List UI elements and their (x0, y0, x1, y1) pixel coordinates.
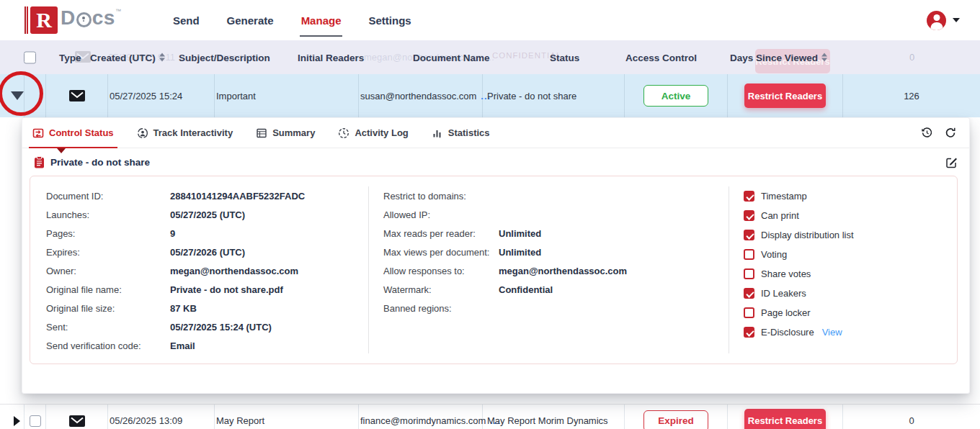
option-row-can-print: Can print (744, 206, 957, 225)
detail-value: Unlimited (499, 247, 541, 258)
chevron-down-icon[interactable] (953, 18, 960, 22)
option-row-voting: Voting (744, 245, 957, 264)
detail-label: Owner: (46, 266, 170, 276)
ghost-days: 0 (909, 52, 914, 63)
table-row-expanded: 05/27/2025 15:24 Important susan@northen… (0, 74, 980, 117)
control-status-icon (32, 127, 44, 139)
tab-label: Control Status (49, 127, 114, 138)
email-type-icon (69, 90, 85, 101)
restrict-readers-button[interactable]: Restrict Readers (744, 83, 826, 108)
voting-checkbox[interactable] (744, 249, 754, 260)
collapse-row-arrow[interactable] (11, 91, 24, 100)
history-icon[interactable] (921, 127, 933, 139)
rdocs-logo[interactable]: R Dcs ™ (24, 6, 121, 34)
detail-row-document-id: Document ID:288410141294AABF5232FADC (46, 186, 368, 205)
details-column-left: Document ID:288410141294AABF5232FADC Lau… (30, 186, 369, 353)
sort-created-icon[interactable] (159, 53, 165, 62)
detail-value: 288410141294AABF5232FADC (170, 191, 305, 202)
track-interactivity-icon (137, 127, 148, 139)
document-clipboard-icon (34, 156, 45, 168)
detail-row-original-file-name: Original file name:Private - do not shar… (46, 280, 368, 299)
display-distribution-list-checkbox[interactable] (744, 230, 754, 240)
edit-icon[interactable] (945, 156, 958, 168)
detail-row-pages: Pages:9 (46, 224, 368, 243)
logo-page-stack (24, 6, 29, 34)
sort-days-icon[interactable] (821, 53, 827, 62)
col-created: Created (UTC) (90, 52, 156, 63)
option-label: Timestamp (761, 191, 807, 202)
option-row-display-distribution: Display distribution list (744, 225, 957, 245)
detail-label: Allowed IP: (383, 209, 499, 220)
docname-cell: May Report Morim Dynamics (483, 405, 625, 429)
e-disclosure-checkbox[interactable] (744, 327, 754, 338)
status-expired-button[interactable]: Expired (643, 410, 708, 429)
detail-row-allow-responses: Allow responses to:megan@northendassoc.c… (383, 261, 729, 280)
detail-row-allowed-ip: Allowed IP: (383, 205, 729, 224)
detail-value: Email (170, 340, 195, 351)
option-row-timestamp: Timestamp (744, 186, 957, 206)
col-readers: Initial Readers (298, 52, 364, 63)
user-avatar-icon[interactable] (927, 11, 946, 30)
tab-activity-log[interactable]: Activity Log (337, 118, 409, 148)
detail-label: Document ID: (46, 191, 170, 202)
detail-value: Private - do not share.pdf (170, 284, 283, 295)
user-menu[interactable] (927, 11, 960, 30)
status-active-button[interactable]: Active (643, 85, 708, 107)
activity-log-icon (338, 127, 349, 139)
detail-label: Max views per document: (383, 247, 499, 258)
nav-send[interactable]: Send (172, 12, 201, 30)
detail-label: Max reads per reader: (383, 228, 499, 239)
e-disclosure-view-link[interactable]: View (822, 327, 842, 338)
option-label: Share votes (761, 268, 811, 279)
details-column-middle: Restrict to domains: Allowed IP: Max rea… (369, 186, 729, 353)
option-row-e-disclosure: E-DisclosureView (744, 322, 957, 342)
detail-label: Watermark: (383, 284, 499, 295)
detail-row-expires: Expires:05/27/2026 (UTC) (46, 243, 368, 261)
can-print-checkbox[interactable] (744, 210, 754, 221)
select-all-checkbox[interactable] (24, 51, 36, 63)
detail-row-send-verification: Send verification code:Email (46, 336, 368, 355)
option-label: Page locker (761, 307, 811, 318)
option-row-share-votes: Share votes (744, 264, 957, 284)
days-since-viewed-cell: 126 (843, 74, 980, 117)
timestamp-checkbox[interactable] (744, 191, 754, 202)
col-status: Status (550, 52, 579, 63)
detail-value: 05/27/2025 (UTC) (170, 209, 245, 220)
detail-tabs: Control Status Track Interactivity Summa… (22, 118, 969, 148)
option-row-page-locker: Page locker (744, 303, 957, 322)
summary-icon (256, 127, 267, 139)
tab-label: Track Interactivity (153, 127, 233, 138)
detail-value: 05/27/2025 15:24 (UTC) (170, 322, 272, 333)
option-label: Display distribution list (761, 230, 854, 240)
tab-track-interactivity[interactable]: Track Interactivity (135, 118, 235, 148)
restrict-readers-button[interactable]: Restrict Readers (744, 409, 826, 429)
detail-label: Launches: (46, 209, 170, 220)
page-locker-checkbox[interactable] (744, 307, 754, 318)
share-votes-checkbox[interactable] (744, 268, 754, 279)
table-header: 05/19/2025 9:11 Important megan@northend… (0, 40, 980, 74)
row-checkbox[interactable] (30, 415, 41, 427)
col-type: Type (59, 52, 81, 63)
tab-label: Activity Log (355, 127, 408, 138)
nav-generate[interactable]: Generate (226, 12, 275, 30)
nav-manage[interactable]: Manage (300, 12, 343, 30)
tab-summary[interactable]: Summary (254, 118, 316, 148)
document-title-row: Private - do not share (22, 148, 969, 176)
refresh-icon[interactable] (945, 127, 956, 139)
detail-label: Allow responses to: (383, 266, 499, 276)
tab-label: Statistics (448, 127, 490, 138)
expand-row-arrow[interactable] (14, 416, 20, 426)
detail-row-banned-regions: Banned regions: (383, 299, 729, 317)
tab-statistics[interactable]: Statistics (430, 118, 491, 148)
panel-gap (0, 394, 980, 404)
id-leakers-checkbox[interactable] (744, 288, 754, 299)
created-cell: 05/27/2025 15:24 (108, 74, 215, 117)
nav-settings[interactable]: Settings (367, 12, 412, 30)
detail-row-max-views: Max views per document:Unlimited (383, 243, 729, 261)
detail-row-sent: Sent:05/27/2025 15:24 (UTC) (46, 317, 368, 336)
created-cell: 05/26/2025 13:09 (108, 405, 215, 429)
tab-control-status[interactable]: Control Status (31, 118, 115, 148)
readers-cell: finance@morimdynamics.com (360, 415, 486, 426)
detail-label: Original file name: (46, 284, 170, 295)
main-nav: Send Generate Manage Settings (172, 12, 413, 30)
